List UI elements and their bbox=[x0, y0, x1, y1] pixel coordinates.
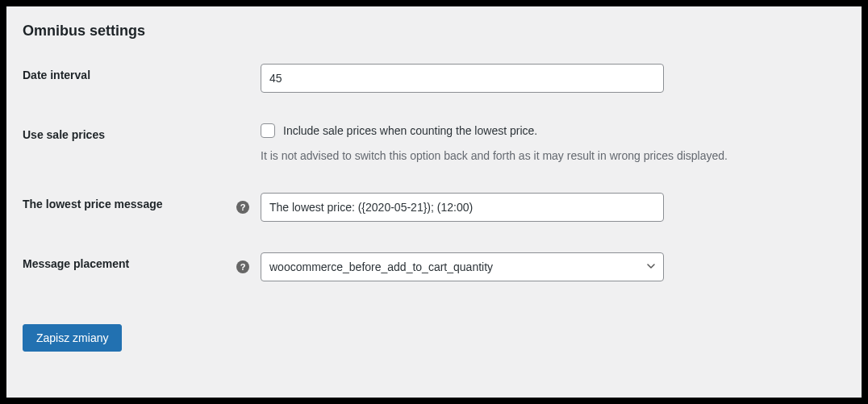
label-use-sale-prices: Use sale prices bbox=[23, 123, 236, 141]
message-placement-select[interactable]: woocommerce_before_add_to_cart_quantity bbox=[261, 252, 664, 281]
save-button[interactable]: Zapisz zmiany bbox=[23, 324, 122, 352]
label-date-interval: Date interval bbox=[23, 64, 236, 81]
row-message-placement: Message placement ? woocommerce_before_a… bbox=[23, 252, 845, 281]
row-lowest-price-message: The lowest price message ? bbox=[23, 193, 845, 222]
help-icon[interactable]: ? bbox=[236, 260, 249, 273]
date-interval-input[interactable] bbox=[261, 64, 664, 93]
use-sale-prices-checkbox-label: Include sale prices when counting the lo… bbox=[283, 124, 537, 137]
row-use-sale-prices: Use sale prices Include sale prices when… bbox=[23, 123, 845, 162]
section-title: Omnibus settings bbox=[23, 23, 845, 40]
label-message-placement: Message placement bbox=[23, 252, 236, 270]
lowest-price-message-input[interactable] bbox=[261, 193, 664, 222]
settings-panel: Omnibus settings Date interval Use sale … bbox=[6, 6, 862, 398]
label-lowest-price-message: The lowest price message bbox=[23, 193, 236, 210]
use-sale-prices-description: It is not advised to switch this option … bbox=[261, 149, 845, 162]
row-date-interval: Date interval bbox=[23, 64, 845, 93]
use-sale-prices-checkbox[interactable] bbox=[261, 123, 275, 138]
help-icon[interactable]: ? bbox=[236, 201, 249, 214]
